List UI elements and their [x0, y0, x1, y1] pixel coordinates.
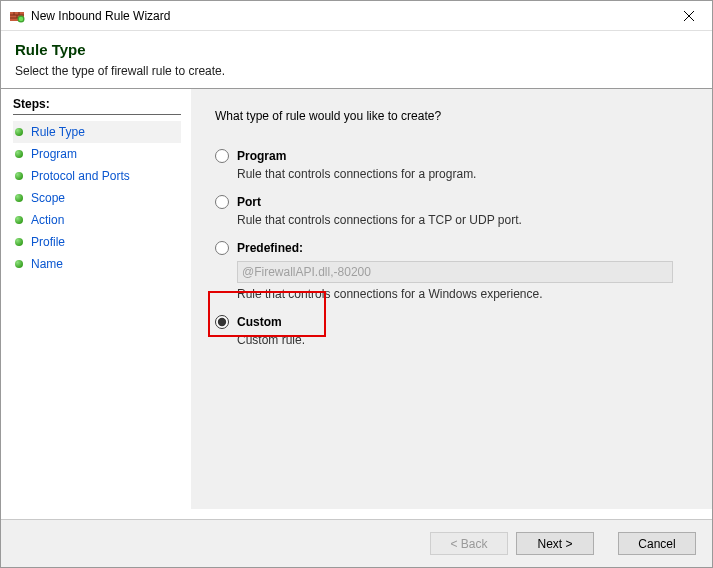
step-label: Protocol and Ports [31, 169, 130, 183]
back-button: < Back [430, 532, 508, 555]
radio-custom[interactable] [215, 315, 229, 329]
option-port-desc: Rule that controls connections for a TCP… [237, 213, 688, 227]
wizard-body: Steps: Rule Type Program Protocol and Po… [1, 89, 712, 509]
step-name[interactable]: Name [13, 253, 181, 275]
step-label: Scope [31, 191, 65, 205]
step-profile[interactable]: Profile [13, 231, 181, 253]
step-protocol-and-ports[interactable]: Protocol and Ports [13, 165, 181, 187]
page-title: Rule Type [15, 41, 698, 58]
option-predefined-label: Predefined: [237, 241, 303, 255]
wizard-footer: < Back Next > Cancel [1, 519, 712, 567]
option-predefined-desc: Rule that controls connections for a Win… [237, 287, 688, 301]
step-bullet-icon [15, 150, 23, 158]
option-custom-desc: Custom rule. [237, 333, 688, 347]
step-bullet-icon [15, 260, 23, 268]
close-icon [684, 11, 694, 21]
step-label: Rule Type [31, 125, 85, 139]
title-bar: New Inbound Rule Wizard [1, 1, 712, 31]
step-label: Profile [31, 235, 65, 249]
close-button[interactable] [666, 1, 712, 31]
step-scope[interactable]: Scope [13, 187, 181, 209]
step-action[interactable]: Action [13, 209, 181, 231]
step-bullet-icon [15, 172, 23, 180]
step-label: Program [31, 147, 77, 161]
radio-program[interactable] [215, 149, 229, 163]
steps-heading: Steps: [13, 97, 181, 115]
wizard-header: Rule Type Select the type of firewall ru… [1, 31, 712, 88]
step-label: Action [31, 213, 64, 227]
content-question: What type of rule would you like to crea… [215, 109, 688, 123]
next-button[interactable]: Next > [516, 532, 594, 555]
radio-predefined[interactable] [215, 241, 229, 255]
predefined-select: @FirewallAPI.dll,-80200 [237, 261, 673, 283]
step-bullet-icon [15, 238, 23, 246]
step-bullet-icon [15, 194, 23, 202]
page-subtitle: Select the type of firewall rule to crea… [15, 64, 698, 78]
option-predefined: Predefined: @FirewallAPI.dll,-80200 Rule… [215, 241, 688, 301]
option-custom: Custom Custom rule. [215, 315, 688, 347]
option-custom-label: Custom [237, 315, 282, 329]
option-program-desc: Rule that controls connections for a pro… [237, 167, 688, 181]
step-program[interactable]: Program [13, 143, 181, 165]
svg-point-7 [19, 16, 23, 20]
option-port: Port Rule that controls connections for … [215, 195, 688, 227]
cancel-button-label: Cancel [638, 537, 675, 551]
cancel-button[interactable]: Cancel [618, 532, 696, 555]
steps-pane: Steps: Rule Type Program Protocol and Po… [1, 89, 191, 509]
window-title: New Inbound Rule Wizard [31, 9, 666, 23]
content-pane: What type of rule would you like to crea… [191, 89, 712, 509]
next-button-label: Next > [537, 537, 572, 551]
step-bullet-icon [15, 216, 23, 224]
step-label: Name [31, 257, 63, 271]
option-program: Program Rule that controls connections f… [215, 149, 688, 181]
back-button-label: < Back [450, 537, 487, 551]
radio-port[interactable] [215, 195, 229, 209]
firewall-icon [9, 8, 25, 24]
option-program-label: Program [237, 149, 286, 163]
steps-list: Rule Type Program Protocol and Ports Sco… [13, 121, 181, 275]
step-rule-type[interactable]: Rule Type [13, 121, 181, 143]
option-port-label: Port [237, 195, 261, 209]
step-bullet-icon [15, 128, 23, 136]
